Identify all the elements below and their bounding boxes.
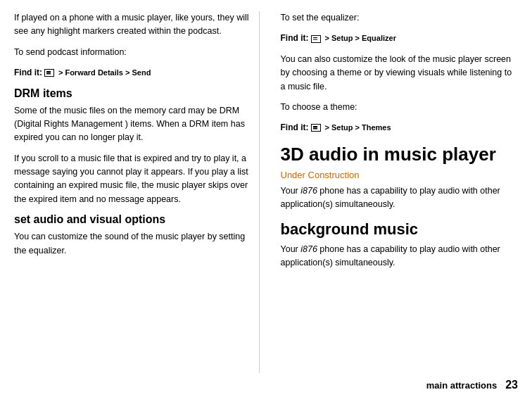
audio-options-heading: set audio and visual options	[14, 213, 252, 226]
bg-music-para: Your i876 phone has a capability to play…	[281, 243, 519, 270]
footer: main attractions 23	[0, 373, 532, 397]
drm-para2: If you scroll to a music file that is ex…	[14, 152, 252, 207]
left-column: If played on a phone with a music player…	[14, 11, 260, 373]
drm-para1: Some of the music files on the memory ca…	[14, 104, 252, 145]
find-it-2-path: > Setup > Equalizer	[324, 34, 395, 42]
eq-intro: To set the equalizer:	[281, 11, 519, 25]
menu-icon-1	[44, 69, 54, 77]
page-container: If played on a phone with a music player…	[0, 0, 532, 397]
eq-para: You can also customize the look of the m…	[281, 53, 519, 94]
columns-layout: If played on a phone with a music player…	[0, 11, 532, 373]
find-it-2: Find it: > Setup > Equalizer	[281, 32, 519, 45]
bg-music-model: i876	[300, 244, 317, 254]
footer-label: main attractions	[426, 380, 497, 391]
find-it-2-label: Find it:	[281, 33, 309, 43]
send-podcast-intro: To send podcast information:	[14, 46, 252, 59]
theme-intro: To choose a theme:	[281, 101, 519, 114]
menu-icon-3	[311, 124, 321, 132]
audio3d-heading: 3D audio in music player	[281, 144, 519, 165]
find-it-3-path: > Setup > Themes	[324, 123, 391, 132]
under-construction-label: Under Construction	[281, 170, 519, 180]
podcast-para1: If played on a phone with a music player…	[14, 11, 252, 39]
find-it-3-label: Find it:	[281, 122, 309, 132]
drm-heading: DRM items	[14, 87, 252, 100]
find-it-1: Find it: > Forward Details > Send	[14, 66, 252, 80]
find-it-1-path: > Forward Details > Send	[58, 68, 151, 77]
audio3d-model: i876	[300, 186, 317, 196]
audio-para: You can customize the sound of the music…	[14, 230, 252, 258]
menu-icon-2	[311, 35, 321, 43]
find-it-1-label: Find it:	[14, 68, 42, 77]
audio3d-para: Your i876 phone has a capability to play…	[281, 184, 519, 212]
right-column: To set the equalizer: Find it: > Setup >…	[274, 11, 519, 373]
bg-music-heading: background music	[281, 220, 519, 239]
find-it-3: Find it: > Setup > Themes	[281, 121, 519, 134]
footer-page-number: 23	[505, 379, 518, 391]
